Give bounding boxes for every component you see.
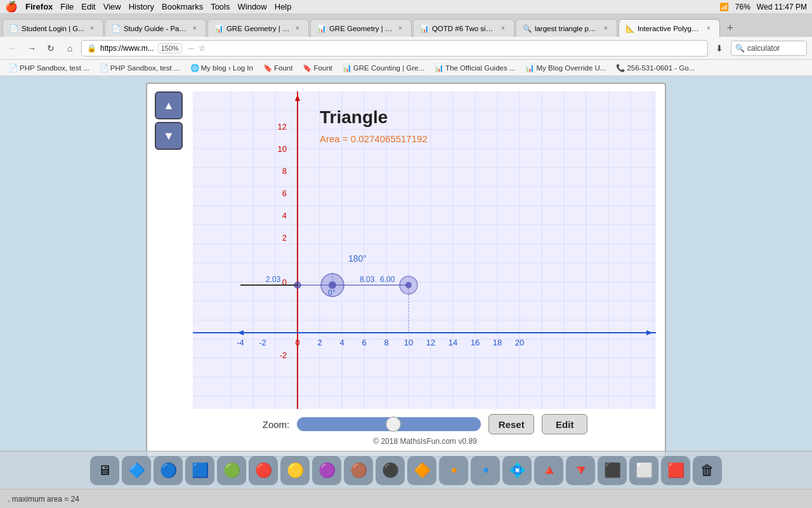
dock-icon-7[interactable]: 🟣: [312, 456, 341, 485]
home-button[interactable]: ⌂: [62, 41, 77, 56]
tab-close-3[interactable]: ×: [293, 24, 302, 33]
copyright-text: © 2018 MathsIsFun.com v0.89: [193, 437, 657, 448]
graph-area: 12 10 8 6 4 2 0 -2 -4 -2 0 2 4 6 8 10: [193, 91, 657, 448]
url-bar[interactable]: 🔒 https://www.m... 150% ··· ☆: [81, 40, 708, 57]
svg-text:Area = 0.0274065517192: Area = 0.0274065517192: [320, 133, 428, 144]
tab-label-7: Interactive Polygo...: [638, 25, 701, 32]
tab-label-4: GRE Geometry | G...: [329, 25, 393, 32]
zoom-thumb[interactable]: [386, 417, 401, 432]
bookmark-official[interactable]: 📊 The Official Guides ...: [431, 62, 519, 74]
tab-label-6: largest triangle po...: [535, 25, 598, 32]
bookmark-icon-2: 📄: [100, 64, 108, 72]
apple-menu[interactable]: 🍎: [5, 1, 18, 13]
bookmark-fount1[interactable]: 🔖 Fount: [259, 62, 296, 74]
tab-close-4[interactable]: ×: [396, 24, 405, 33]
back-button[interactable]: ←: [5, 41, 20, 56]
dock-icon-12[interactable]: 🔹: [471, 456, 500, 485]
bookmarks-bar: 📄 PHP Sandbox, test ... 📄 PHP Sandbox, t…: [0, 60, 812, 76]
tab-close-6[interactable]: ×: [601, 24, 610, 33]
dock-icon-finder[interactable]: 🖥: [90, 456, 119, 485]
url-text: https://www.m...: [100, 44, 154, 53]
tab-close-2[interactable]: ×: [190, 24, 199, 33]
dock-icon-17[interactable]: ⬜: [629, 456, 658, 485]
dock-icon-5[interactable]: 🔴: [249, 456, 278, 485]
bookmark-php1[interactable]: 📄 PHP Sandbox, test ...: [5, 62, 93, 74]
forward-button[interactable]: →: [24, 41, 39, 56]
tab-close-7[interactable]: ×: [704, 24, 713, 33]
search-text: calculator: [747, 44, 780, 53]
bookmark-gre[interactable]: 📊 GRE Counting | Gre...: [339, 62, 428, 74]
dock-icon-10[interactable]: 🔶: [407, 456, 436, 485]
dock-icon-2[interactable]: 🔵: [154, 456, 183, 485]
tab-label-2: Study Guide - Par...: [124, 25, 187, 32]
tab-close-1[interactable]: ×: [88, 24, 96, 33]
tab-gre-geom-1[interactable]: 📊 GRE Geometry | G... ×: [207, 19, 309, 37]
menu-right: 📶 76% Wed 11:47 PM: [719, 3, 807, 11]
edit-button[interactable]: Edit: [542, 414, 587, 434]
reload-button[interactable]: ↻: [43, 41, 58, 56]
new-tab-button[interactable]: +: [721, 19, 739, 37]
dock-icon-14[interactable]: 🔺: [534, 456, 563, 485]
dock-icon-4[interactable]: 🟢: [217, 456, 246, 485]
svg-text:10: 10: [404, 338, 413, 347]
svg-text:4: 4: [339, 338, 344, 347]
menu-tools[interactable]: Tools: [211, 2, 230, 11]
down-arrow-button[interactable]: ▼: [155, 122, 183, 150]
svg-text:20: 20: [515, 338, 524, 347]
tab-qotd[interactable]: 📊 QOTD #6 Two side... ×: [413, 19, 514, 37]
dock-icon-16[interactable]: ⬛: [598, 456, 627, 485]
menu-window[interactable]: Window: [238, 2, 267, 11]
menu-view[interactable]: View: [103, 2, 121, 11]
menu-firefox[interactable]: Firefox: [25, 2, 53, 11]
tab-gre-geom-2[interactable]: 📊 GRE Geometry | G... ×: [310, 19, 412, 37]
svg-text:8: 8: [282, 166, 287, 176]
bookmark-fount2[interactable]: 🔖 Fount: [299, 62, 336, 74]
browser-chrome: 📄 Student Login | G... × 📄 Study Guide -…: [0, 14, 812, 76]
search-bar[interactable]: 🔍 calculator: [731, 41, 807, 56]
tab-label-1: Student Login | G...: [22, 25, 84, 32]
dock-icon-11[interactable]: 🔸: [439, 456, 468, 485]
bookmark-icon-9: 📞: [616, 64, 625, 72]
dock-icon-15[interactable]: 🔻: [566, 456, 595, 485]
svg-text:-4: -4: [237, 338, 244, 347]
zoom-slider[interactable]: [297, 417, 481, 431]
dock-icon-8[interactable]: 🟤: [344, 456, 373, 485]
tab-close-5[interactable]: ×: [499, 24, 508, 33]
more-options-icon[interactable]: ···: [188, 44, 195, 53]
dock-icon-9[interactable]: ⚫: [376, 456, 405, 485]
svg-text:12: 12: [426, 338, 435, 347]
menu-help[interactable]: Help: [275, 2, 292, 11]
up-arrow-button[interactable]: ▲: [155, 91, 183, 119]
dock-icon-3[interactable]: 🟦: [185, 456, 214, 485]
menu-edit[interactable]: Edit: [81, 2, 95, 11]
svg-text:8.03: 8.03: [360, 275, 375, 284]
search-glass-icon: 🔍: [735, 44, 745, 53]
dock-icon-13[interactable]: 💠: [502, 456, 532, 485]
tab-favicon-3: 📊: [214, 24, 223, 33]
tab-favicon-5: 📊: [420, 24, 429, 33]
bookmark-php2[interactable]: 📄 PHP Sandbox, test ...: [96, 62, 184, 74]
svg-text:2: 2: [317, 338, 322, 347]
menu-history[interactable]: History: [129, 2, 154, 11]
bookmark-phone[interactable]: 📞 256-531-0601 - Go...: [612, 62, 698, 74]
dock-icon-trash[interactable]: 🗑: [693, 456, 722, 485]
menu-bookmarks[interactable]: Bookmarks: [162, 2, 203, 11]
tab-largest-triangle[interactable]: 🔍 largest triangle po... ×: [516, 19, 617, 37]
tab-study-guide[interactable]: 📄 Study Guide - Par... ×: [105, 19, 206, 37]
menu-file[interactable]: File: [60, 2, 74, 11]
dock-icon-1[interactable]: 🔷: [122, 456, 151, 485]
bookmark-blog[interactable]: 🌐 My blog › Log In: [187, 62, 257, 74]
bookmark-myblog[interactable]: 📊 My Blog Override U...: [521, 62, 610, 74]
reset-button[interactable]: Reset: [488, 414, 534, 434]
tab-student-login[interactable]: 📄 Student Login | G... ×: [3, 19, 103, 37]
bookmark-star-icon[interactable]: ☆: [199, 44, 206, 53]
tab-interactive-polygon[interactable]: 📐 Interactive Polygo... ×: [619, 19, 720, 37]
svg-text:16: 16: [471, 338, 480, 347]
tab-favicon-7: 📐: [625, 24, 634, 33]
svg-text:6: 6: [282, 189, 287, 198]
dock-icon-18[interactable]: 🟥: [661, 456, 690, 485]
download-icon[interactable]: ⬇: [712, 41, 727, 56]
dock-icon-6[interactable]: 🟡: [280, 456, 310, 485]
svg-text:0: 0: [295, 338, 299, 347]
zoom-level: 150%: [158, 43, 182, 53]
